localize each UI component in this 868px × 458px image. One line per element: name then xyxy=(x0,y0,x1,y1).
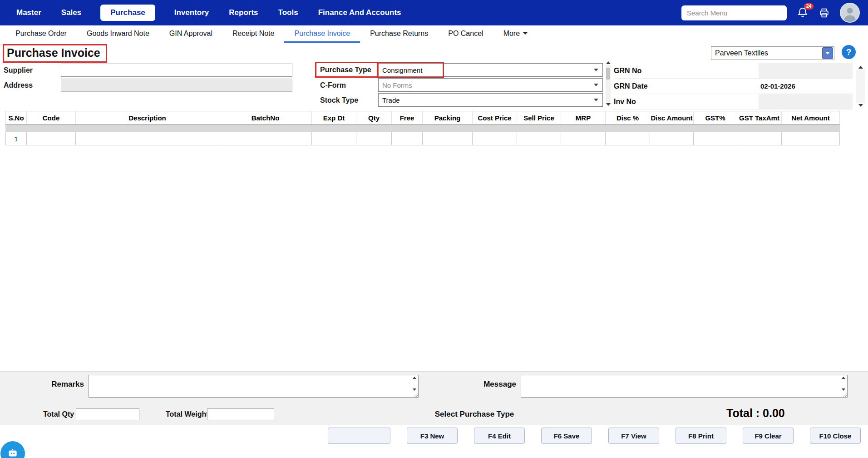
function-button[interactable]: F9 Clear xyxy=(743,428,794,444)
column-header: GST% xyxy=(694,111,737,124)
grn-row-label: GRN No xyxy=(613,67,759,75)
scroll-up-icon[interactable] xyxy=(413,377,416,379)
table-cell[interactable] xyxy=(473,132,517,145)
scroll-up-icon[interactable] xyxy=(858,66,863,69)
column-header: GST TaxAmt xyxy=(737,111,782,124)
message-textarea[interactable] xyxy=(521,375,847,397)
grn-panel-scrollbar[interactable] xyxy=(605,61,611,106)
action-button-bar: F3 New F4 Edit F6 Save F7 View F8 Print … xyxy=(0,425,868,446)
function-button[interactable]: F3 New xyxy=(407,428,458,444)
purchase-type-label-highlight: Purchase Type xyxy=(315,62,379,78)
notifications-button[interactable]: 24 xyxy=(797,7,809,19)
scrollbar-track[interactable] xyxy=(606,65,611,102)
table-cell[interactable] xyxy=(694,132,737,145)
purchase-invoice-screen: Master Sales Purchase Inventory Reports … xyxy=(0,0,868,458)
function-button[interactable]: F4 Edit xyxy=(474,428,525,444)
table-cell[interactable] xyxy=(782,132,840,145)
chevron-down-icon xyxy=(594,84,598,86)
purchase-type-select[interactable]: Consignment xyxy=(378,63,603,77)
function-button[interactable]: F10 Close xyxy=(810,428,861,444)
user-avatar[interactable] xyxy=(840,3,860,23)
purchase-tab[interactable]: Purchase Order xyxy=(5,25,77,43)
purchase-type-value: Consignment xyxy=(382,66,422,74)
tab-label: Receipt Note xyxy=(232,30,275,38)
table-cell[interactable] xyxy=(561,132,606,145)
remarks-label: Remarks xyxy=(49,380,84,389)
column-header: Qty xyxy=(356,111,392,124)
page-title: Purchase Invoice xyxy=(7,46,100,60)
purchase-tab[interactable]: More xyxy=(493,25,538,43)
scrollbar-thumb[interactable] xyxy=(606,68,610,80)
main-menu-item[interactable]: Inventory xyxy=(173,5,210,21)
purchase-tab-bar: Purchase Order Goods Inward Note GIN App… xyxy=(0,25,868,43)
purchase-tab[interactable]: Purchase Invoice xyxy=(284,25,360,43)
total-qty-label: Total Qty xyxy=(43,410,74,418)
table-cell[interactable] xyxy=(312,132,356,145)
function-button[interactable]: F6 Save xyxy=(541,428,592,444)
table-cell[interactable] xyxy=(392,132,423,145)
scroll-down-icon[interactable] xyxy=(858,104,863,107)
function-button[interactable] xyxy=(328,428,390,444)
main-menu-item[interactable]: Sales xyxy=(60,5,82,21)
column-header: Disc Amount xyxy=(650,111,694,124)
purchase-tab[interactable]: Purchase Returns xyxy=(360,25,438,43)
purchase-tab[interactable]: GIN Approval xyxy=(159,25,222,43)
total-qty-input[interactable] xyxy=(76,408,139,420)
table-cell[interactable] xyxy=(517,132,561,145)
column-header: MRP xyxy=(561,111,606,124)
company-selector-value: Parveen Textiles xyxy=(711,49,822,57)
table-cell[interactable] xyxy=(27,132,76,145)
address-input[interactable] xyxy=(61,79,292,92)
scroll-down-icon[interactable] xyxy=(842,388,845,391)
function-button[interactable]: F7 View xyxy=(608,428,659,444)
table-cell[interactable] xyxy=(606,132,650,145)
main-menu-item[interactable]: Reports xyxy=(228,5,259,21)
company-selector[interactable]: Parveen Textiles xyxy=(711,46,834,60)
table-cell[interactable] xyxy=(219,132,312,145)
column-header: Net Amount xyxy=(782,111,840,124)
main-menu-item[interactable]: Purchase xyxy=(100,5,155,21)
items-table: S.No Code Description BatchNo Exp Dt Qty… xyxy=(5,111,840,145)
supplier-input[interactable] xyxy=(61,64,292,77)
invoice-header-form: Supplier Address Purchase Type Consignme… xyxy=(0,64,868,110)
table-cell[interactable] xyxy=(76,132,219,145)
main-menu-item[interactable]: Finance And Accounts xyxy=(317,5,402,21)
main-menu: Master Sales Purchase Inventory Reports … xyxy=(15,5,402,21)
table-cell[interactable] xyxy=(356,132,392,145)
search-input[interactable] xyxy=(681,5,787,20)
company-dropdown-button[interactable] xyxy=(822,47,833,59)
table-gray-band xyxy=(5,124,840,132)
main-menu-item[interactable]: Master xyxy=(15,5,42,21)
scroll-up-icon[interactable] xyxy=(606,61,611,64)
table-cell[interactable] xyxy=(650,132,694,145)
message-box xyxy=(521,375,848,398)
stock-type-select[interactable]: Trade xyxy=(378,93,603,107)
totals-band: Total Qty Total Weight Select Purchase T… xyxy=(0,404,868,425)
table-row: 1 xyxy=(5,132,840,145)
tab-label: Purchase Invoice xyxy=(294,30,350,38)
remarks-textarea[interactable] xyxy=(89,375,418,397)
scroll-down-icon[interactable] xyxy=(413,388,416,391)
purchase-type-label: Purchase Type xyxy=(320,66,371,74)
stock-type-label: Stock Type xyxy=(320,96,358,105)
scroll-up-icon[interactable] xyxy=(842,377,845,379)
main-menu-item[interactable]: Tools xyxy=(277,5,299,21)
purchase-tab[interactable]: PO Cancel xyxy=(438,25,493,43)
remarks-band: Remarks Message xyxy=(0,371,868,405)
tab-label: Goods Inward Note xyxy=(87,30,149,38)
table-cell[interactable] xyxy=(737,132,782,145)
print-button[interactable] xyxy=(819,7,830,19)
function-button[interactable]: F8 Print xyxy=(676,428,726,444)
help-button[interactable]: ? xyxy=(842,45,856,59)
purchase-tab[interactable]: Goods Inward Note xyxy=(77,25,159,43)
scroll-down-icon[interactable] xyxy=(606,103,611,106)
purchase-tab[interactable]: Receipt Note xyxy=(222,25,285,43)
c-form-select[interactable]: No Forms xyxy=(378,78,603,92)
grand-total: Total : 0.00 xyxy=(726,407,785,420)
right-scrollbar[interactable] xyxy=(856,66,865,107)
table-cell[interactable]: 1 xyxy=(5,132,27,145)
grn-row: Inv No xyxy=(613,94,853,110)
total-weight-input[interactable] xyxy=(207,408,274,420)
table-cell[interactable] xyxy=(423,132,473,145)
scrollbar-track[interactable] xyxy=(856,70,865,103)
